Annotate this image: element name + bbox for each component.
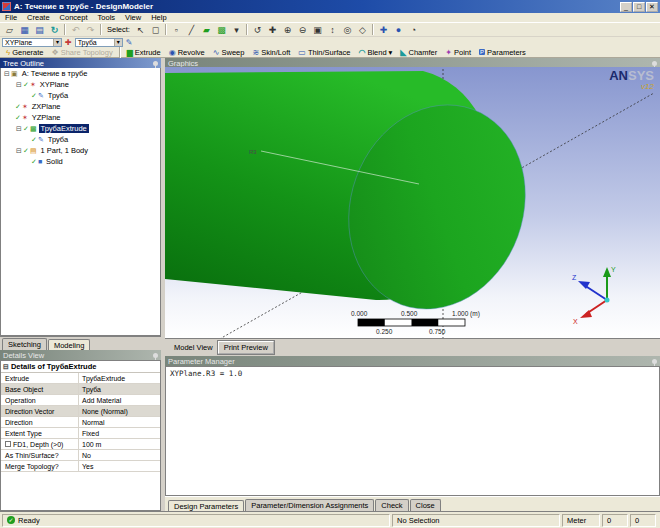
title-bar: A: Течение в трубе - DesignModeler _ □ ✕ — [0, 0, 660, 13]
generate-button[interactable]: ϟ Generate — [2, 47, 48, 57]
toolbar-separator — [100, 24, 102, 35]
parameter-expression[interactable]: XYPlane.R3 = 1.0 — [170, 369, 242, 378]
revolve-button[interactable]: ◉ Revolve — [165, 47, 209, 57]
menu-help[interactable]: Help — [146, 13, 171, 22]
details-row-merge-topology: Merge Topology? Yes — [1, 461, 160, 472]
save-as-icon[interactable]: ▤ — [33, 24, 47, 36]
point-button[interactable]: ✦ Point — [441, 47, 475, 57]
ready-check-icon: ✓ — [7, 516, 15, 524]
undo-icon[interactable]: ↶ — [69, 24, 83, 36]
pin-icon[interactable] — [652, 359, 657, 364]
menu-tools[interactable]: Tools — [93, 13, 121, 22]
tab-close[interactable]: Close — [410, 499, 441, 511]
display-model-icon[interactable]: ◔ — [406, 24, 420, 36]
menu-file[interactable]: File — [0, 13, 22, 22]
skin-loft-button[interactable]: ≋ Skin/Loft — [248, 47, 294, 57]
expander-icon[interactable]: ⊟ — [3, 363, 9, 371]
menu-concept[interactable]: Concept — [55, 13, 93, 22]
expander-icon[interactable]: ⊟ — [15, 81, 23, 89]
tree-item-zxplane[interactable]: ✓ ✶ ZXPlane — [1, 101, 160, 112]
chamfer-button[interactable]: ◣ Chamfer — [396, 47, 441, 57]
expander-icon[interactable]: ⊟ — [15, 125, 23, 133]
minimize-button[interactable]: _ — [620, 2, 632, 12]
model-canvas[interactable]: R3 0.000 0.500 1.000 (m) 0.250 0.750 Y Z… — [165, 67, 660, 338]
zoom-out-icon[interactable]: ⊖ — [295, 24, 309, 36]
check-icon: ✓ — [23, 147, 29, 155]
box-select-icon[interactable]: ◻ — [148, 24, 162, 36]
plane-icon: ✶ — [30, 81, 36, 89]
thin-surface-button[interactable]: ▭ Thin/Surface — [294, 47, 354, 57]
filter-edge-icon[interactable]: ╱ — [184, 24, 198, 36]
look-at-icon[interactable]: ◎ — [340, 24, 354, 36]
zoom-in-icon[interactable]: ⊕ — [280, 24, 294, 36]
display-plane-icon[interactable]: ✚ — [376, 24, 390, 36]
sweep-button[interactable]: ∿ Sweep — [209, 47, 249, 57]
new-sketch-icon[interactable]: ✎ — [126, 38, 133, 47]
tab-sketching[interactable]: Sketching — [2, 338, 47, 350]
expander-icon[interactable]: ⊟ — [3, 70, 11, 78]
graphics-viewport[interactable]: R3 0.000 0.500 1.000 (m) 0.250 0.750 Y Z… — [165, 67, 660, 338]
tree-item-xyplane[interactable]: ⊟ ✓ ✶ XYPlane — [1, 79, 160, 90]
pan-icon[interactable]: ✚ — [265, 24, 279, 36]
check-icon: ✓ — [31, 136, 37, 144]
pin-icon[interactable] — [153, 61, 158, 66]
rotate-icon[interactable]: ↺ — [250, 24, 264, 36]
select-label: Select: — [107, 25, 130, 34]
new-plane-icon[interactable]: ✚ — [65, 38, 72, 47]
toolbar-separator — [246, 24, 248, 35]
box-zoom-icon[interactable]: ▣ — [310, 24, 324, 36]
iso-view-icon[interactable]: ◇ — [355, 24, 369, 36]
tab-model-view[interactable]: Model View — [169, 342, 218, 353]
save-icon[interactable]: ▦ — [18, 24, 32, 36]
sketch-combobox[interactable]: Труба ▾ — [75, 38, 123, 47]
select-mode-icon[interactable]: ↖ — [133, 24, 147, 36]
redo-icon[interactable]: ↷ — [84, 24, 98, 36]
parameters-button[interactable]: P Parameters — [475, 47, 530, 57]
extend-selection-icon[interactable]: ▾ — [229, 24, 243, 36]
blend-dropdown-icon[interactable]: ▾ — [389, 48, 393, 57]
solid-body-icon: ■ — [38, 158, 42, 165]
tree-item-yzplane[interactable]: ✓ ✶ YZPlane — [1, 112, 160, 123]
parameter-manager-editor[interactable]: XYPlane.R3 = 1.0 — [165, 366, 660, 496]
plane-combobox[interactable]: XYPlane ▾ — [2, 38, 62, 47]
pin-icon[interactable] — [652, 61, 657, 66]
close-button[interactable]: ✕ — [646, 2, 658, 12]
check-icon: ✓ — [23, 81, 29, 89]
tree-item-project[interactable]: ⊟ ▣ A: Течение в трубе — [1, 68, 160, 79]
share-topology-button[interactable]: ❖ Share Topology — [48, 47, 117, 57]
blend-icon: ◠ — [358, 48, 365, 57]
plane-icon: ✶ — [22, 114, 28, 122]
new-sketch-icon[interactable]: ▱ — [3, 24, 17, 36]
tree-item-part-body[interactable]: ⊟ ✓ ▤ 1 Part, 1 Body — [1, 145, 160, 156]
plane-combobox-arrow-icon[interactable]: ▾ — [53, 39, 61, 46]
sketch-combobox-arrow-icon[interactable]: ▾ — [114, 39, 122, 46]
parameter-checkbox[interactable] — [5, 441, 11, 447]
filter-vertex-icon[interactable]: ▫ — [169, 24, 183, 36]
share-topology-icon: ❖ — [52, 48, 59, 57]
zoom-fit-icon[interactable]: ↕ — [325, 24, 339, 36]
plane-combobox-value: XYPlane — [5, 39, 32, 46]
tab-check[interactable]: Check — [375, 499, 408, 511]
tree-item-truba-extrude[interactable]: ⊟ ✓ ▩ ТрубаExtrude — [1, 123, 160, 134]
tree-outline-header: Tree Outline — [0, 58, 161, 68]
menu-create[interactable]: Create — [22, 13, 55, 22]
blend-button[interactable]: ◠ Blend ▾ — [354, 47, 396, 57]
pin-icon[interactable] — [153, 353, 158, 358]
expander-icon[interactable]: ⊟ — [15, 147, 23, 155]
shaded-view-icon[interactable]: ● — [391, 24, 405, 36]
maximize-button[interactable]: □ — [633, 2, 645, 12]
menu-view[interactable]: View — [120, 13, 146, 22]
tree-item-sketch-truba2[interactable]: ✓ ✎ Труба — [1, 134, 160, 145]
toolbar-separator — [119, 47, 121, 58]
tab-parameter-dimension-assignments[interactable]: Parameter/Dimension Assignments — [245, 499, 374, 511]
tree-item-sketch-truba[interactable]: ✓ ✎ Труба — [1, 90, 160, 101]
tree-item-solid[interactable]: ✓ ■ Solid — [1, 156, 160, 167]
extrude-button[interactable]: ▆ Extrude — [123, 47, 165, 57]
refresh-icon[interactable]: ↻ — [48, 24, 62, 36]
filter-face-icon[interactable]: ▰ — [199, 24, 213, 36]
check-icon: ✓ — [31, 158, 37, 166]
filter-body-icon[interactable]: ▩ — [214, 24, 228, 36]
app-icon — [2, 2, 11, 11]
tab-print-preview[interactable]: Print Preview — [218, 341, 274, 354]
details-row-thin-surface: As Thin/Surface? No — [1, 450, 160, 461]
